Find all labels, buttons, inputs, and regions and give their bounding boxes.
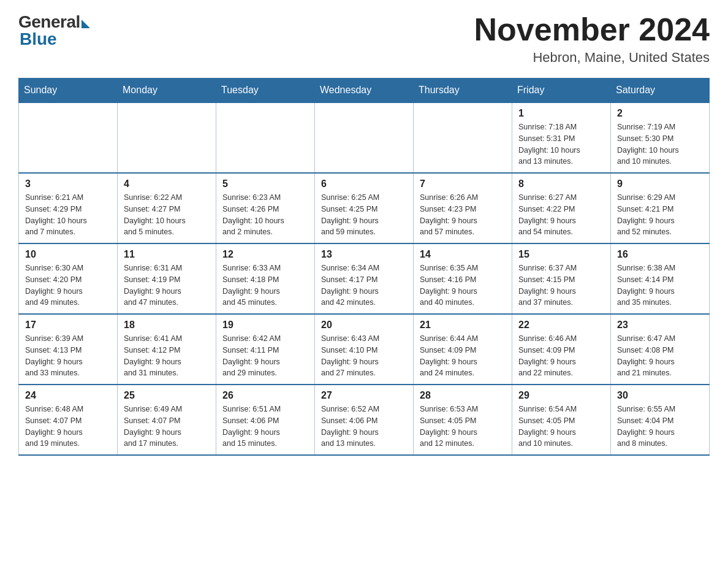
day-info: Sunrise: 6:39 AMSunset: 4:13 PMDaylight:…: [25, 333, 111, 379]
page-header: General Blue November 2024 Hebron, Maine…: [18, 12, 710, 66]
day-number: 27: [321, 390, 407, 401]
day-info: Sunrise: 6:34 AMSunset: 4:17 PMDaylight:…: [321, 262, 407, 308]
day-number: 22: [518, 320, 604, 331]
calendar-table: SundayMondayTuesdayWednesdayThursdayFrid…: [18, 78, 710, 456]
day-number: 7: [420, 178, 506, 190]
calendar-week-row: 17Sunrise: 6:39 AMSunset: 4:13 PMDayligh…: [19, 314, 710, 385]
weekday-header-sunday: Sunday: [19, 79, 118, 103]
day-info: Sunrise: 6:27 AMSunset: 4:22 PMDaylight:…: [518, 192, 604, 238]
day-number: 14: [420, 249, 506, 260]
day-info: Sunrise: 6:46 AMSunset: 4:09 PMDaylight:…: [518, 333, 604, 379]
day-number: 18: [124, 320, 210, 331]
calendar-cell: 25Sunrise: 6:49 AMSunset: 4:07 PMDayligh…: [118, 385, 216, 455]
day-number: 19: [222, 320, 308, 331]
logo: General Blue: [18, 12, 90, 49]
calendar-cell: 5Sunrise: 6:23 AMSunset: 4:26 PMDaylight…: [216, 173, 315, 243]
day-number: 9: [617, 178, 703, 190]
calendar-cell: 6Sunrise: 6:25 AMSunset: 4:25 PMDaylight…: [315, 173, 414, 243]
day-number: 2: [617, 108, 703, 119]
calendar-cell: 29Sunrise: 6:54 AMSunset: 4:05 PMDayligh…: [512, 385, 611, 455]
calendar-cell: 3Sunrise: 6:21 AMSunset: 4:29 PMDaylight…: [19, 173, 118, 243]
day-info: Sunrise: 6:29 AMSunset: 4:21 PMDaylight:…: [617, 192, 703, 238]
calendar-cell: [315, 102, 414, 173]
calendar-cell: 7Sunrise: 6:26 AMSunset: 4:23 PMDaylight…: [414, 173, 512, 243]
day-info: Sunrise: 6:47 AMSunset: 4:08 PMDaylight:…: [617, 333, 703, 379]
day-number: 28: [420, 390, 506, 401]
day-number: 25: [124, 390, 210, 401]
calendar-cell: 30Sunrise: 6:55 AMSunset: 4:04 PMDayligh…: [611, 385, 710, 455]
day-number: 1: [518, 108, 604, 119]
day-info: Sunrise: 6:54 AMSunset: 4:05 PMDaylight:…: [518, 404, 604, 450]
day-info: Sunrise: 6:52 AMSunset: 4:06 PMDaylight:…: [321, 404, 407, 450]
calendar-cell: 9Sunrise: 6:29 AMSunset: 4:21 PMDaylight…: [611, 173, 710, 243]
calendar-cell: 2Sunrise: 7:19 AMSunset: 5:30 PMDaylight…: [611, 102, 710, 173]
weekday-header-saturday: Saturday: [611, 79, 710, 103]
calendar-cell: 21Sunrise: 6:44 AMSunset: 4:09 PMDayligh…: [414, 314, 512, 385]
calendar-week-row: 10Sunrise: 6:30 AMSunset: 4:20 PMDayligh…: [19, 243, 710, 314]
location-text: Hebron, Maine, United States: [474, 50, 710, 66]
day-info: Sunrise: 6:25 AMSunset: 4:25 PMDaylight:…: [321, 192, 407, 238]
day-number: 15: [518, 249, 604, 260]
day-info: Sunrise: 6:33 AMSunset: 4:18 PMDaylight:…: [222, 262, 308, 308]
day-info: Sunrise: 6:51 AMSunset: 4:06 PMDaylight:…: [222, 404, 308, 450]
day-number: 6: [321, 178, 407, 190]
weekday-header-wednesday: Wednesday: [315, 79, 414, 103]
calendar-cell: 26Sunrise: 6:51 AMSunset: 4:06 PMDayligh…: [216, 385, 315, 455]
day-number: 13: [321, 249, 407, 260]
calendar-cell: 28Sunrise: 6:53 AMSunset: 4:05 PMDayligh…: [414, 385, 512, 455]
weekday-header-tuesday: Tuesday: [216, 79, 315, 103]
day-info: Sunrise: 6:49 AMSunset: 4:07 PMDaylight:…: [124, 404, 210, 450]
calendar-cell: 16Sunrise: 6:38 AMSunset: 4:14 PMDayligh…: [611, 243, 710, 314]
calendar-cell: 13Sunrise: 6:34 AMSunset: 4:17 PMDayligh…: [315, 243, 414, 314]
day-number: 10: [25, 249, 111, 260]
calendar-cell: 11Sunrise: 6:31 AMSunset: 4:19 PMDayligh…: [118, 243, 216, 314]
day-number: 16: [617, 249, 703, 260]
calendar-cell: 20Sunrise: 6:43 AMSunset: 4:10 PMDayligh…: [315, 314, 414, 385]
calendar-cell: 8Sunrise: 6:27 AMSunset: 4:22 PMDaylight…: [512, 173, 611, 243]
calendar-cell: 1Sunrise: 7:18 AMSunset: 5:31 PMDaylight…: [512, 102, 611, 173]
calendar-cell: 17Sunrise: 6:39 AMSunset: 4:13 PMDayligh…: [19, 314, 118, 385]
day-info: Sunrise: 6:43 AMSunset: 4:10 PMDaylight:…: [321, 333, 407, 379]
day-info: Sunrise: 6:26 AMSunset: 4:23 PMDaylight:…: [420, 192, 506, 238]
month-title: November 2024: [474, 12, 710, 47]
day-info: Sunrise: 6:42 AMSunset: 4:11 PMDaylight:…: [222, 333, 308, 379]
calendar-cell: 22Sunrise: 6:46 AMSunset: 4:09 PMDayligh…: [512, 314, 611, 385]
day-info: Sunrise: 6:23 AMSunset: 4:26 PMDaylight:…: [222, 192, 308, 238]
weekday-header-row: SundayMondayTuesdayWednesdayThursdayFrid…: [19, 79, 710, 103]
calendar-cell: [216, 102, 315, 173]
weekday-header-monday: Monday: [118, 79, 216, 103]
calendar-cell: 23Sunrise: 6:47 AMSunset: 4:08 PMDayligh…: [611, 314, 710, 385]
day-info: Sunrise: 6:38 AMSunset: 4:14 PMDaylight:…: [617, 262, 703, 308]
day-info: Sunrise: 6:22 AMSunset: 4:27 PMDaylight:…: [124, 192, 210, 238]
weekday-header-friday: Friday: [512, 79, 611, 103]
day-number: 21: [420, 320, 506, 331]
calendar-cell: 27Sunrise: 6:52 AMSunset: 4:06 PMDayligh…: [315, 385, 414, 455]
calendar-cell: 18Sunrise: 6:41 AMSunset: 4:12 PMDayligh…: [118, 314, 216, 385]
day-info: Sunrise: 7:18 AMSunset: 5:31 PMDaylight:…: [518, 121, 604, 167]
day-number: 4: [124, 178, 210, 190]
day-number: 26: [222, 390, 308, 401]
day-number: 17: [25, 320, 111, 331]
calendar-cell: [19, 102, 118, 173]
day-number: 29: [518, 390, 604, 401]
calendar-week-row: 24Sunrise: 6:48 AMSunset: 4:07 PMDayligh…: [19, 385, 710, 455]
calendar-cell: 10Sunrise: 6:30 AMSunset: 4:20 PMDayligh…: [19, 243, 118, 314]
day-number: 12: [222, 249, 308, 260]
day-number: 5: [222, 178, 308, 190]
day-info: Sunrise: 6:30 AMSunset: 4:20 PMDaylight:…: [25, 262, 111, 308]
calendar-cell: [118, 102, 216, 173]
day-info: Sunrise: 6:31 AMSunset: 4:19 PMDaylight:…: [124, 262, 210, 308]
day-info: Sunrise: 6:21 AMSunset: 4:29 PMDaylight:…: [25, 192, 111, 238]
day-number: 20: [321, 320, 407, 331]
calendar-cell: 24Sunrise: 6:48 AMSunset: 4:07 PMDayligh…: [19, 385, 118, 455]
day-number: 3: [25, 178, 111, 190]
calendar-cell: 19Sunrise: 6:42 AMSunset: 4:11 PMDayligh…: [216, 314, 315, 385]
day-number: 23: [617, 320, 703, 331]
day-info: Sunrise: 6:55 AMSunset: 4:04 PMDaylight:…: [617, 404, 703, 450]
day-info: Sunrise: 6:53 AMSunset: 4:05 PMDaylight:…: [420, 404, 506, 450]
calendar-cell: 12Sunrise: 6:33 AMSunset: 4:18 PMDayligh…: [216, 243, 315, 314]
day-number: 11: [124, 249, 210, 260]
calendar-cell: 15Sunrise: 6:37 AMSunset: 4:15 PMDayligh…: [512, 243, 611, 314]
calendar-week-row: 1Sunrise: 7:18 AMSunset: 5:31 PMDaylight…: [19, 102, 710, 173]
day-info: Sunrise: 6:48 AMSunset: 4:07 PMDaylight:…: [25, 404, 111, 450]
